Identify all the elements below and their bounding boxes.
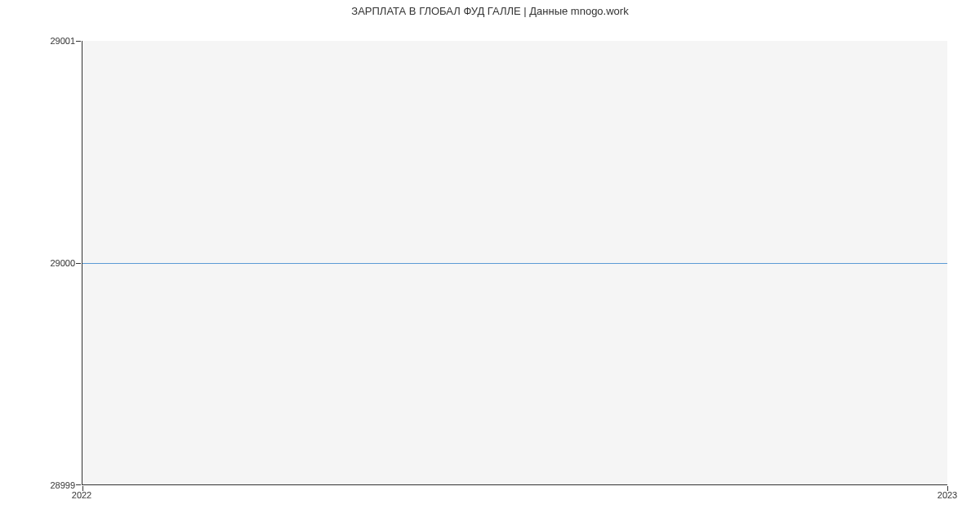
y-tick <box>76 41 81 42</box>
x-axis-label: 2022 <box>72 490 91 500</box>
plot-area <box>82 41 947 485</box>
y-tick <box>76 484 81 485</box>
y-tick <box>76 263 81 264</box>
y-axis-label: 29000 <box>50 258 75 268</box>
x-axis-label: 2023 <box>938 490 957 500</box>
y-axis-label: 28999 <box>50 480 75 490</box>
data-line <box>82 263 947 264</box>
y-axis-label: 29001 <box>50 36 75 46</box>
chart-title: ЗАРПЛАТА В ГЛОБАЛ ФУД ГАЛЛЕ | Данные mno… <box>0 5 980 17</box>
